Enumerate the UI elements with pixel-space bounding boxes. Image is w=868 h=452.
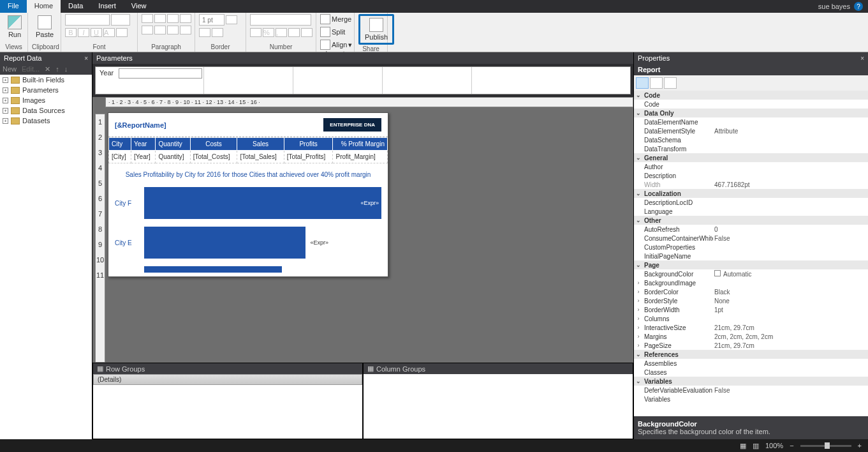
- align-center-button[interactable]: [154, 14, 166, 23]
- prop-category[interactable]: ⌄General: [634, 153, 868, 162]
- prop-row[interactable]: ›BorderColorBlack: [634, 287, 868, 296]
- param-year-dropdown[interactable]: [119, 68, 202, 79]
- data-cell[interactable]: Profit_Margin]: [333, 151, 388, 163]
- new-button[interactable]: New: [3, 65, 17, 73]
- report-title-placeholder[interactable]: [&ReportName]: [115, 121, 166, 129]
- data-cell[interactable]: Quantity]: [156, 151, 190, 163]
- prop-row[interactable]: DeferVariableEvaluationFalse: [634, 386, 868, 395]
- prop-row[interactable]: ›BackgroundImage: [634, 278, 868, 287]
- tree-item[interactable]: +Parameters: [0, 85, 92, 95]
- font-family-dropdown[interactable]: [65, 14, 110, 26]
- down-icon[interactable]: ↓: [64, 65, 68, 73]
- prop-row[interactable]: ›BorderStyleNone: [634, 296, 868, 305]
- tab-home[interactable]: Home: [27, 0, 61, 13]
- number-format-dropdown[interactable]: [250, 14, 311, 26]
- param-cell[interactable]: [383, 67, 472, 94]
- help-icon[interactable]: ?: [854, 2, 863, 11]
- zoom-out-button[interactable]: −: [790, 442, 793, 449]
- prop-row[interactable]: DescriptionLocID: [634, 198, 868, 207]
- align-left-button[interactable]: [142, 14, 153, 23]
- tree-item[interactable]: +Built-in Fields: [0, 75, 92, 85]
- prop-row[interactable]: BackgroundColorAutomatic: [634, 269, 868, 278]
- border-style-button[interactable]: [226, 15, 237, 24]
- prop-row[interactable]: Code: [634, 100, 868, 109]
- details-group[interactable]: (Details): [93, 374, 362, 385]
- prop-category[interactable]: ⌄Data Only: [634, 109, 868, 117]
- tab-insert[interactable]: Insert: [91, 0, 124, 13]
- increase-decimal-button[interactable]: [301, 28, 313, 37]
- align-middle-button[interactable]: [154, 26, 166, 34]
- param-cell[interactable]: [293, 67, 383, 94]
- bold-button[interactable]: B: [65, 28, 77, 37]
- indent-button[interactable]: [180, 26, 191, 34]
- property-pages-button[interactable]: [664, 77, 677, 89]
- align-right-button[interactable]: [167, 14, 179, 23]
- col-header[interactable]: Profits: [284, 138, 333, 151]
- prop-row[interactable]: Description: [634, 171, 868, 180]
- categorized-button[interactable]: [636, 77, 649, 89]
- close-icon[interactable]: ×: [84, 55, 88, 62]
- border-button[interactable]: [199, 28, 210, 37]
- delete-icon[interactable]: ✕: [45, 65, 50, 73]
- close-icon[interactable]: ×: [860, 55, 864, 62]
- prop-row[interactable]: DataTransform: [634, 144, 868, 153]
- prop-row[interactable]: ›Margins2cm, 2cm, 2cm, 2cm: [634, 332, 868, 341]
- border-width-dropdown[interactable]: 1 pt: [199, 14, 224, 26]
- italic-button[interactable]: I: [78, 28, 89, 37]
- design-canvas[interactable]: · 1 · 2 · 3 · 4 · 5 · 6 · 7 · 8 · 9 · 10…: [92, 97, 633, 363]
- tab-view[interactable]: View: [124, 0, 154, 13]
- col-header[interactable]: Quantity: [156, 138, 190, 151]
- edit-button[interactable]: Edit...: [22, 65, 40, 73]
- decrease-decimal-button[interactable]: [288, 28, 300, 37]
- properties-object[interactable]: Report: [634, 64, 868, 75]
- data-cell[interactable]: [Total_Costs]: [190, 151, 237, 163]
- prop-row[interactable]: ›InteractiveSize21cm, 29.7cm: [634, 323, 868, 332]
- tab-data[interactable]: Data: [61, 0, 91, 13]
- data-cell[interactable]: [Total_Profits]: [284, 151, 333, 163]
- prop-category[interactable]: ⌄Localization: [634, 189, 868, 198]
- zoom-slider[interactable]: [800, 445, 851, 447]
- prop-row[interactable]: DataElementStyleAttribute: [634, 126, 868, 135]
- col-header[interactable]: City: [109, 138, 131, 151]
- tab-file[interactable]: File: [0, 0, 27, 13]
- zoom-in-button[interactable]: +: [858, 442, 862, 449]
- properties-grid[interactable]: ⌄CodeCode⌄Data OnlyDataElementNameDataEl…: [634, 91, 868, 416]
- align-bottom-button[interactable]: [167, 26, 179, 34]
- prop-category[interactable]: ⌄Page: [634, 260, 868, 269]
- prop-row[interactable]: ›BorderWidth1pt: [634, 305, 868, 314]
- prop-row[interactable]: AutoRefresh0: [634, 225, 868, 234]
- align-button[interactable]: Align ▾: [320, 40, 352, 50]
- prop-row[interactable]: ›Columns: [634, 314, 868, 323]
- border-color-button[interactable]: [212, 28, 223, 37]
- prop-category[interactable]: ⌄Code: [634, 91, 868, 100]
- prop-row[interactable]: Width467.71682pt: [634, 180, 868, 189]
- run-button[interactable]: Run: [4, 14, 26, 40]
- prop-row[interactable]: ConsumeContainerWhitespaceFalse: [634, 234, 868, 243]
- prop-category[interactable]: ⌄Other: [634, 216, 868, 225]
- alphabetical-button[interactable]: [650, 77, 663, 89]
- prop-row[interactable]: Variables: [634, 395, 868, 403]
- percent-button[interactable]: %: [263, 28, 274, 37]
- prop-row[interactable]: InitialPageName: [634, 252, 868, 260]
- param-cell[interactable]: [204, 67, 293, 94]
- chart-bar-row[interactable]: City E «Expr»: [108, 223, 388, 262]
- prop-row[interactable]: Language: [634, 207, 868, 216]
- font-size-dropdown[interactable]: [111, 14, 130, 26]
- view-icon[interactable]: ▦: [740, 442, 746, 450]
- prop-row[interactable]: Author: [634, 162, 868, 171]
- prop-row[interactable]: Classes: [634, 368, 868, 377]
- col-header[interactable]: % Profit Margin: [333, 138, 388, 151]
- up-icon[interactable]: ↑: [55, 65, 59, 73]
- report-page[interactable]: [&ReportName] ENTERPRISE DNA City Year Q…: [108, 112, 388, 277]
- comma-button[interactable]: ,: [276, 28, 287, 37]
- tree-item[interactable]: +Data Sources: [0, 105, 92, 116]
- align-justify-button[interactable]: [180, 14, 191, 23]
- prop-row[interactable]: DataElementName: [634, 117, 868, 126]
- align-top-button[interactable]: [142, 26, 153, 34]
- prop-category[interactable]: ⌄Variables: [634, 377, 868, 386]
- prop-row[interactable]: CustomProperties: [634, 243, 868, 252]
- col-header[interactable]: Sales: [237, 138, 284, 151]
- data-cell[interactable]: [Total_Sales]: [237, 151, 284, 163]
- data-cell[interactable]: [Year]: [131, 151, 156, 163]
- fill-color-button[interactable]: [116, 28, 128, 37]
